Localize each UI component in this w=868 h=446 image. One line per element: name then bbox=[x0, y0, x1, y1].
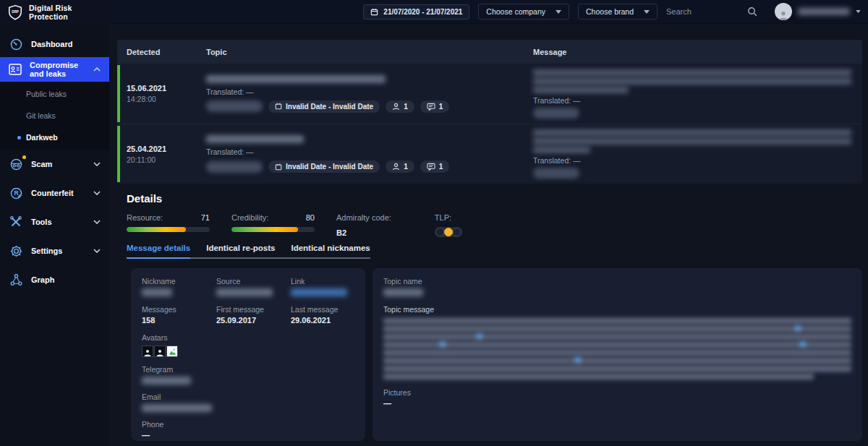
nickname-field: Nickname bbox=[142, 277, 216, 296]
credibility-label: Credibility: bbox=[231, 213, 268, 222]
sidebar-item-label: Tools bbox=[31, 218, 52, 226]
tab-identical-reposts[interactable]: Identical re-posts bbox=[206, 244, 275, 257]
detected-cell: 15.06.2021 14:28:00 bbox=[127, 64, 206, 124]
redacted-source-badge bbox=[533, 108, 579, 119]
topic-cell: Translated: — Invalid Date - Invalid Dat… bbox=[206, 64, 533, 124]
date-range-picker[interactable]: 21/07/2020 - 21/07/2021 bbox=[363, 4, 469, 20]
sidebar-item-compromise-and-leaks[interactable]: Compromise and leaks bbox=[0, 57, 109, 82]
details-section: Details Resource: 71 Credibility: 80 Adm… bbox=[127, 192, 462, 237]
phone-label: Phone bbox=[142, 420, 354, 429]
first-message-value: 25.09.2017 bbox=[216, 316, 291, 325]
link-label: Link bbox=[291, 277, 354, 286]
svg-text:R: R bbox=[14, 189, 18, 197]
redacted-topic-message-text bbox=[383, 318, 851, 379]
sidebar-item-tools[interactable]: Tools bbox=[0, 207, 109, 236]
chevron-down-icon bbox=[644, 10, 650, 14]
sidebar: DRP Digital Risk Protection Dashboard Co… bbox=[0, 0, 109, 446]
sidebar-item-settings[interactable]: Settings bbox=[0, 236, 109, 265]
message-details-panels: Nickname Source Link Messages 158 First … bbox=[131, 268, 862, 441]
translated-label: Translated: — bbox=[533, 156, 851, 165]
users-count-badge[interactable]: 1 bbox=[386, 160, 414, 173]
pictures-field: Pictures — bbox=[383, 388, 851, 408]
brand-select[interactable]: Choose brand bbox=[578, 4, 658, 20]
message-cell: Translated: — bbox=[533, 124, 853, 184]
redacted-telegram-value bbox=[142, 377, 191, 385]
table-row[interactable]: 25.04.2021 20:11:00 Translated: — Invali… bbox=[117, 124, 862, 184]
user-menu[interactable] bbox=[770, 3, 861, 20]
sidebar-item-graph[interactable]: Graph bbox=[0, 265, 109, 294]
person-icon bbox=[392, 163, 400, 171]
sidebar-item-git-leaks[interactable]: Git leaks bbox=[0, 105, 109, 126]
company-select[interactable]: Choose company bbox=[478, 4, 569, 20]
resource-label: Resource: bbox=[127, 213, 163, 222]
broken-image-icon[interactable] bbox=[166, 346, 178, 357]
sidebar-item-darkweb[interactable]: Darkweb bbox=[0, 126, 109, 148]
chevron-down-icon bbox=[556, 10, 561, 14]
date-range-badge[interactable]: Invalid Date - Invalid Date bbox=[268, 160, 380, 173]
messages-label: Messages bbox=[142, 305, 216, 314]
sidebar-item-scam[interactable]: Scam bbox=[0, 150, 109, 179]
credibility-value: 80 bbox=[306, 213, 315, 222]
comments-count-badge[interactable]: 1 bbox=[420, 160, 450, 173]
tools-icon bbox=[9, 215, 23, 228]
chevron-up-icon bbox=[93, 67, 101, 72]
calendar-icon bbox=[275, 163, 282, 171]
avatar-thumbnail[interactable] bbox=[142, 346, 153, 357]
date-range-badge[interactable]: Invalid Date - Invalid Date bbox=[268, 100, 380, 113]
redacted-source-value bbox=[216, 288, 273, 296]
table-row[interactable]: 15.06.2021 14:28:00 Translated: — Invali… bbox=[117, 64, 862, 124]
column-header-message: Message bbox=[533, 48, 853, 56]
messages-field: Messages 158 bbox=[142, 305, 216, 325]
redacted-link-value[interactable] bbox=[291, 288, 347, 296]
sidebar-item-label: Dashboard bbox=[31, 40, 72, 48]
app-logo-row: DRP Digital Risk Protection bbox=[0, 0, 109, 24]
topic-name-label: Topic name bbox=[383, 277, 851, 286]
date-badge-label: Invalid Date - Invalid Date bbox=[286, 163, 373, 171]
sidebar-item-counterfeit[interactable]: R Counterfeit bbox=[0, 179, 109, 207]
sidebar-item-public-leaks[interactable]: Public leaks bbox=[0, 83, 109, 105]
redacted-nickname-value bbox=[142, 288, 172, 296]
topic-name-field: Topic name bbox=[383, 277, 851, 296]
first-message-label: First message bbox=[216, 305, 291, 314]
topic-badges: Invalid Date - Invalid Date 1 1 bbox=[206, 160, 449, 173]
company-select-value: Choose company bbox=[486, 7, 545, 16]
chevron-down-icon bbox=[93, 191, 101, 195]
comments-count-badge[interactable]: 1 bbox=[420, 100, 450, 113]
sidebar-item-label: Counterfeit bbox=[31, 189, 74, 197]
admiralty-value: B2 bbox=[336, 228, 391, 237]
tlp-toggle[interactable] bbox=[435, 227, 462, 237]
person-icon bbox=[392, 103, 400, 111]
leaks-card-icon bbox=[9, 64, 22, 75]
redacted-email-value bbox=[142, 404, 212, 412]
topic-cell: Translated: — Invalid Date - Invalid Dat… bbox=[206, 124, 533, 184]
users-count-badge[interactable]: 1 bbox=[386, 100, 414, 113]
detected-time: 20:11:00 bbox=[127, 155, 206, 164]
detected-date: 15.06.2021 bbox=[127, 84, 206, 93]
nickname-label: Nickname bbox=[142, 277, 216, 286]
emoji-icon bbox=[575, 357, 581, 364]
sidebar-item-dashboard[interactable]: Dashboard bbox=[0, 31, 109, 57]
admiralty-code: Admiralty code: B2 bbox=[336, 213, 391, 237]
compromise-submenu: Public leaks Git leaks Darkweb bbox=[0, 82, 109, 150]
sub-item-label: Darkweb bbox=[26, 133, 58, 142]
first-message-field: First message 25.09.2017 bbox=[216, 305, 291, 325]
avatars-field: Avatars bbox=[142, 333, 354, 357]
avatar-thumbnail[interactable] bbox=[154, 346, 166, 357]
topic-info-panel: Topic name Topic message Pictures — bbox=[373, 268, 862, 441]
tab-identical-nicknames[interactable]: Identical nicknames bbox=[291, 244, 370, 257]
tlp-label: TLP: bbox=[435, 213, 462, 222]
search-icon[interactable] bbox=[747, 7, 757, 17]
resource-value: 71 bbox=[201, 213, 210, 222]
resource-progressbar bbox=[127, 227, 210, 232]
chevron-down-icon bbox=[93, 249, 101, 253]
search-input[interactable] bbox=[666, 7, 741, 16]
column-header-topic: Topic bbox=[206, 48, 533, 56]
topic-message-label: Topic message bbox=[383, 305, 851, 314]
tab-message-details[interactable]: Message details bbox=[127, 244, 190, 259]
chat-icon bbox=[427, 163, 435, 171]
emoji-icon bbox=[795, 325, 801, 332]
topic-message-field: Topic message bbox=[383, 305, 851, 379]
email-field: Email bbox=[142, 393, 354, 412]
chevron-down-icon bbox=[93, 162, 101, 166]
credibility-progressbar bbox=[231, 227, 315, 232]
